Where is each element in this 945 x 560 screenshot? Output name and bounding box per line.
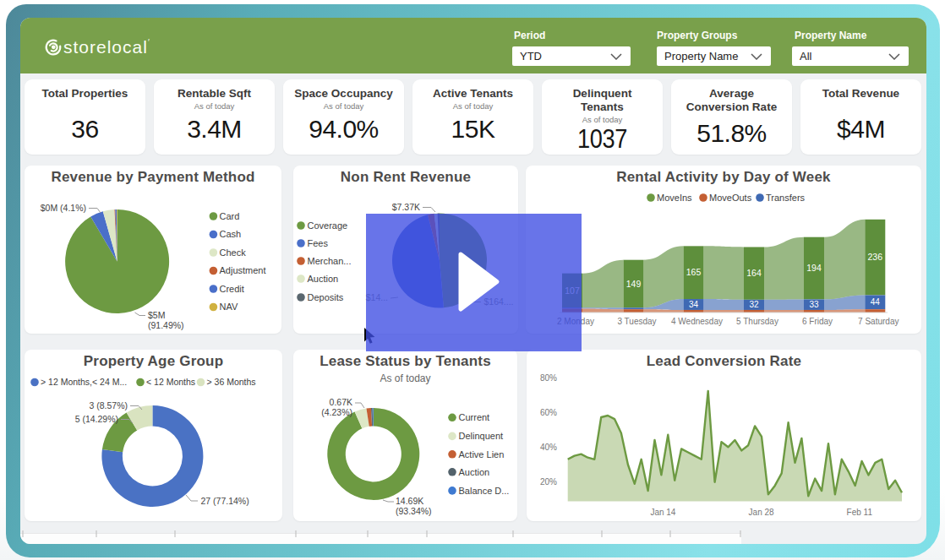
svg-text:$5M: $5M (148, 310, 165, 320)
svg-text:3 (8.57%): 3 (8.57%) (89, 400, 128, 410)
svg-text:> 36 Months: > 36 Months (207, 377, 256, 387)
svg-text:80%: 80% (540, 373, 557, 383)
svg-text:Transfers: Transfers (766, 193, 806, 203)
svg-text:Auction: Auction (459, 467, 490, 477)
svg-text:236: 236 (868, 252, 883, 262)
svg-text:NAV: NAV (220, 302, 238, 312)
svg-text:(93.34%): (93.34%) (396, 506, 432, 516)
svg-text:> 12 Months,< 24 M...: > 12 Months,< 24 M... (41, 377, 127, 387)
svg-text:Adjustment: Adjustment (220, 265, 266, 275)
svg-text:MoveOuts: MoveOuts (709, 193, 752, 203)
svg-text:3 Tuesday: 3 Tuesday (617, 317, 656, 326)
svg-text:(4.23%): (4.23%) (321, 407, 352, 417)
svg-text:20%: 20% (540, 477, 557, 487)
svg-text:Cash: Cash (220, 229, 242, 239)
svg-text:164: 164 (746, 268, 762, 278)
svg-text:27 (77.14%): 27 (77.14%) (201, 496, 249, 506)
svg-text:0.67K: 0.67K (330, 397, 352, 407)
svg-text:Auction: Auction (308, 274, 339, 284)
svg-text:Feb 11: Feb 11 (847, 508, 873, 517)
svg-text:7 Saturday: 7 Saturday (858, 317, 899, 326)
svg-text:Card: Card (220, 211, 240, 221)
svg-text:(91.49%): (91.49%) (148, 320, 184, 330)
svg-text:40%: 40% (540, 443, 557, 452)
svg-text:Active Lien: Active Lien (459, 449, 505, 459)
svg-text:< 12 Months: < 12 Months (146, 377, 195, 387)
svg-text:32: 32 (749, 300, 759, 309)
svg-text:Credit: Credit (220, 284, 244, 294)
svg-text:194: 194 (806, 263, 822, 273)
svg-text:4 Wednesday: 4 Wednesday (671, 317, 723, 326)
svg-text:44: 44 (871, 297, 881, 307)
svg-text:149: 149 (626, 279, 642, 289)
svg-text:5 (14.29%): 5 (14.29%) (75, 414, 118, 424)
svg-text:Jan 28: Jan 28 (749, 508, 774, 517)
svg-text:6 Friday: 6 Friday (802, 317, 833, 326)
svg-text:Fees: Fees (308, 238, 329, 248)
svg-text:165: 165 (686, 267, 702, 277)
svg-text:Balance D...: Balance D... (459, 486, 510, 496)
svg-text:Check: Check (220, 247, 247, 258)
svg-text:Current: Current (459, 412, 490, 422)
svg-text:14.69K: 14.69K (396, 496, 423, 506)
svg-text:Delinquent: Delinquent (459, 431, 504, 441)
svg-text:MoveIns: MoveIns (657, 193, 692, 203)
svg-text:33: 33 (809, 300, 819, 309)
svg-text:Merchan...: Merchan... (308, 256, 352, 266)
svg-text:Coverage: Coverage (308, 220, 348, 231)
svg-text:60%: 60% (540, 408, 557, 417)
svg-text:5 Thursday: 5 Thursday (736, 317, 778, 326)
svg-text:Deposits: Deposits (308, 292, 344, 302)
svg-text:$0M (4.1%): $0M (4.1%) (41, 203, 86, 213)
svg-text:$7.37K: $7.37K (392, 202, 420, 212)
svg-text:34: 34 (689, 300, 699, 309)
svg-text:Jan 14: Jan 14 (650, 508, 675, 517)
